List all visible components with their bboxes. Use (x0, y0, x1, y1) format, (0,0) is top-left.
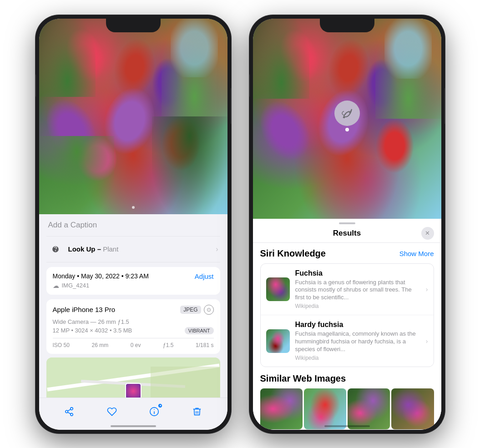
exif-mm: 26 mm (91, 342, 108, 348)
results-title: Results (333, 229, 361, 238)
lens-icon: ⊙ (204, 305, 214, 315)
fuchsia-source: Wikipedia (295, 303, 420, 309)
web-images-section: Similar Web Images (260, 373, 434, 429)
hardy-text: Hardy fuchsia Fuchsia magellanica, commo… (295, 321, 420, 361)
hardy-thumbnail (266, 329, 290, 353)
info-button[interactable]: ✦ (145, 403, 163, 421)
drag-handle[interactable] (339, 222, 355, 224)
exif-iso: ISO 50 (53, 342, 70, 348)
cloud-icon: ☁ (53, 282, 59, 289)
device-section: Apple iPhone 13 Pro JPEG ⊙ Wide Camera —… (46, 299, 220, 354)
phone-2: Results ✕ Siri Knowledge Show More (249, 15, 445, 433)
exif-ev: 0 ev (131, 342, 141, 348)
visual-lookup-icon (48, 242, 63, 257)
close-button[interactable]: ✕ (421, 227, 434, 240)
visual-lookup-button[interactable] (334, 101, 360, 126)
mp-info: 12 MP • 3024 × 4032 • 3.5 MB (53, 327, 132, 334)
fuchsia-text: Fuchsia Fuchsia is a genus of flowering … (295, 269, 420, 310)
show-more-button[interactable]: Show More (399, 250, 434, 257)
fuchsia-name: Fuchsia (295, 269, 420, 277)
web-image-3[interactable] (348, 388, 390, 429)
svg-point-0 (55, 250, 56, 251)
results-panel: Results ✕ Siri Knowledge Show More (253, 219, 441, 430)
siri-knowledge-header: Siri Knowledge Show More (260, 248, 434, 259)
device-name: Apple iPhone 13 Pro (53, 306, 116, 313)
vlu-dot-indicator (345, 128, 349, 131)
siri-knowledge-title: Siri Knowledge (260, 248, 326, 259)
photo-filename: ☁ IMG_4241 (53, 282, 214, 289)
web-images-grid (260, 388, 434, 429)
fuchsia-desc: Fuchsia is a genus of flowering plants t… (295, 279, 420, 302)
results-header: Results ✕ (253, 226, 441, 243)
favorite-button[interactable] (103, 403, 121, 421)
delete-button[interactable] (188, 403, 206, 421)
notch-2 (320, 19, 374, 32)
home-indicator (111, 425, 156, 427)
web-image-1[interactable] (260, 388, 303, 429)
lookup-row[interactable]: Look Up – Plant › (46, 237, 220, 262)
hardy-source: Wikipedia (295, 355, 420, 361)
web-image-4[interactable] (391, 388, 434, 429)
exif-shutter: 1/181 s (196, 342, 213, 348)
photo-display[interactable] (39, 19, 227, 214)
share-button[interactable] (60, 403, 78, 421)
camera-detail: Wide Camera — 26 mm ƒ1.5 (53, 318, 214, 325)
map-preview[interactable] (46, 357, 220, 398)
meta-section: Monday • May 30, 2022 • 9:23 AM Adjust ☁… (46, 267, 220, 295)
info-panel[interactable]: Add a Caption Look Up – Plant › (39, 214, 227, 398)
hardy-desc: Fuchsia magellanica, commonly known as t… (295, 330, 420, 353)
fuchsia-thumbnail (266, 277, 290, 301)
knowledge-card: Fuchsia Fuchsia is a genus of flowering … (260, 263, 434, 367)
web-image-2[interactable] (304, 388, 346, 429)
notch (106, 19, 161, 32)
results-scroll[interactable]: Siri Knowledge Show More Fuchsia Fuchsia… (253, 243, 441, 430)
adjust-button[interactable]: Adjust (195, 272, 214, 280)
photo-display-2[interactable] (253, 19, 441, 219)
home-indicator-2 (324, 425, 370, 427)
phone-1: Add a Caption Look Up – Plant › (35, 15, 231, 433)
photo-page-indicator (132, 206, 135, 209)
vibrant-badge: VIBRANT (185, 327, 214, 334)
exif-f: ƒ1.5 (163, 342, 173, 348)
hardy-chevron: › (426, 337, 428, 345)
lookup-chevron: › (216, 245, 218, 253)
fuchsia-chevron: › (426, 286, 428, 293)
photo-date: Monday • May 30, 2022 • 9:23 AM (53, 272, 149, 280)
result-item-fuchsia[interactable]: Fuchsia Fuchsia is a genus of flowering … (261, 264, 434, 316)
hardy-name: Hardy fuchsia (295, 321, 420, 329)
lookup-label: Look Up – Plant (68, 245, 119, 253)
caption-field[interactable]: Add a Caption (46, 214, 220, 237)
web-images-title: Similar Web Images (260, 373, 434, 384)
result-item-hardy[interactable]: Hardy fuchsia Fuchsia magellanica, commo… (261, 315, 434, 367)
format-badge: JPEG (180, 306, 201, 314)
